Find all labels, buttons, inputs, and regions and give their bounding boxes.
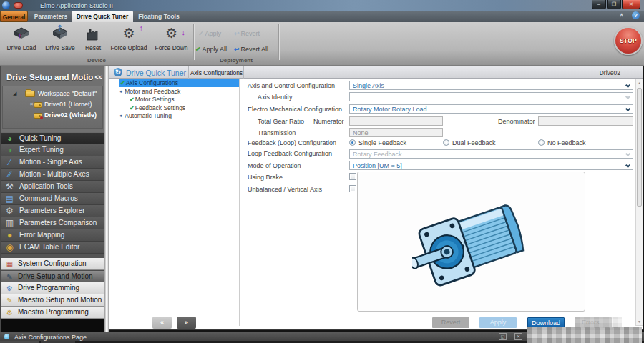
mode-of-operation-select[interactable]: Position [UM = 5]∨ (349, 161, 633, 170)
tree-item-workspace-default[interactable]: ◢Workspace "Default" (3, 89, 102, 99)
sidebar-item-drive-programming[interactable]: ⚙Drive Programming (1, 282, 104, 294)
config-tree-item-feedback-settings[interactable]: ✔Feedback Settings (130, 104, 185, 112)
sidebar-item-motion-multiple-axes[interactable]: ∕∕Motion - Multiple Axes (1, 169, 104, 181)
vertical-scrollbar[interactable]: ▲ ▼ (635, 79, 643, 326)
reset-icon (79, 24, 107, 44)
sidebar-item-maestro-programming[interactable]: ⚙Maestro Programming (1, 307, 104, 319)
system-configuration-icon: ▦ (4, 259, 15, 269)
drive-load-button[interactable]: ↑ Drive Load (3, 24, 40, 57)
content-tab-axis-configurations[interactable]: Axis Configurations (190, 69, 243, 76)
collapse-icon[interactable]: − (112, 88, 116, 94)
radio-dual-feedback[interactable] (443, 139, 449, 146)
radio-label-dual-feedback: Dual Feedback (452, 139, 496, 146)
tab-floating-tools[interactable]: Floating Tools (135, 11, 182, 22)
drive-save-icon: ⇡ (42, 24, 79, 44)
scrollbar-thumb[interactable] (637, 88, 642, 207)
drive-save-button[interactable]: ⇡ Drive Save (42, 24, 79, 57)
using-brake-checkbox[interactable] (349, 173, 356, 180)
sidebar-item-label: Maestro Setup and Motion (18, 296, 102, 304)
quick-access-stop-icon[interactable] (14, 2, 23, 9)
scroll-up-icon[interactable]: ▲ (636, 79, 643, 86)
config-tree-item-motor-settings[interactable]: ✔Motor Settings (130, 96, 175, 104)
force-upload-button[interactable]: ⚙↑ Force Upload (108, 24, 150, 57)
sidebar-item-expert-tuning[interactable]: ◑Expert Tuning (1, 144, 104, 156)
numerator-label: Numerator (313, 118, 344, 125)
sidebar-item-quick-tuning[interactable]: ◕Quick Tuning (1, 132, 104, 144)
config-tree-item-automatic-tuning[interactable]: ●Automatic Tuning (119, 112, 172, 120)
scroll-down-icon[interactable]: ▼ (636, 318, 643, 325)
apply-all-check-icon: ✔ (195, 46, 201, 53)
config-tree-item-motor-and-feedback[interactable]: −●Motor and Feedback (109, 88, 239, 96)
radio-label-single-feedback: Single Feedback (358, 139, 406, 146)
sidebar-item-application-tools[interactable]: ⚒Application Tools (1, 181, 104, 193)
chevron-down-icon: ∨ (625, 94, 630, 99)
maestro-setup-and-motion-icon: ✎ (4, 295, 15, 306)
status-dock-icon[interactable]: ◱ (499, 333, 507, 340)
sidebar-item-maestro-setup-and-motion[interactable]: ✎Maestro Setup and Motion (1, 294, 104, 307)
apply-all-button[interactable]: ✔Apply All (195, 46, 227, 53)
apply-button[interactable]: Apply (479, 317, 517, 328)
motor-illustration (412, 198, 531, 293)
config-tree-label: Automatic Tuning (125, 112, 172, 119)
nav-next-button[interactable]: » (177, 317, 196, 329)
maximize-button[interactable]: ❐ (607, 0, 621, 9)
sidebar-item-parameters-comparison[interactable]: ▥Parameters Comparison (1, 217, 104, 229)
sidebar-item-ecam-table-editor[interactable]: ◉ECAM Table Editor (1, 242, 104, 254)
tab-parameters[interactable]: Parameters (30, 11, 72, 22)
expert-tuning-icon: ◑ (4, 145, 15, 156)
denominator-field (538, 116, 633, 126)
config-tree-label: Feedback Settings (135, 104, 185, 111)
sidebar-item-parameters-explorer[interactable]: ⚙Parameters Explorer (1, 205, 104, 217)
stop-button[interactable]: STOP (614, 26, 643, 55)
config-tree-item-axis-configurations[interactable]: ✔Axis Configurations (119, 79, 239, 87)
sidebar-item-label: Error Mapping (19, 231, 64, 239)
sidebar-footer-space (1, 319, 104, 332)
axis-control-select[interactable]: Single Axis∨ (349, 81, 633, 90)
revert-all-button[interactable]: ↩Revert All (234, 46, 268, 53)
radio-single-feedback[interactable] (349, 139, 356, 146)
apply-button[interactable]: ✓Apply (198, 30, 221, 37)
unbalanced-vertical-axis-checkbox[interactable] (349, 185, 356, 192)
tree-item-drive02-whistle[interactable]: Drive02 (Whistle) (3, 110, 102, 121)
sidebar-item-command-macros[interactable]: ▤Command Macros (1, 193, 104, 205)
sidebar-collapse-button[interactable]: << (93, 74, 102, 81)
axis-identity-select: ∨ (349, 92, 633, 101)
sidebar-item-drive-setup-and-motion[interactable]: ✎Drive Setup and Motion (1, 270, 104, 282)
transmission-label: Transmission (258, 129, 296, 136)
sidebar-item-error-mapping[interactable]: ●Error Mapping (1, 229, 104, 242)
revert-button[interactable]: Revert (432, 317, 469, 328)
download-button[interactable]: Download (527, 317, 565, 328)
denominator-label: Denominator (498, 118, 535, 125)
sidebar-item-system-configuration[interactable]: ▦System Configuration (1, 258, 104, 270)
minimize-button[interactable]: – (592, 0, 606, 9)
reset-button[interactable]: Reset (79, 24, 107, 57)
help-icon[interactable]: ? (632, 11, 640, 19)
electro-mechanical-select[interactable]: Rotary Motor Rotary Load∨ (349, 104, 633, 114)
bullet-icon: ● (119, 89, 122, 94)
tab-general[interactable]: General (0, 11, 28, 22)
nav-prev-button[interactable]: « (152, 317, 172, 329)
content-title: Drive Quick Tuner (126, 69, 186, 77)
sidebar-item-motion-single-axis[interactable]: ∕Motion - Single Axis (1, 156, 104, 169)
title-bar: Elmo Application Studio II – ❐ ✕ (0, 0, 644, 11)
drive-programming-icon: ⚙ (4, 283, 15, 294)
sidebar-menu: ◕Quick Tuning◑Expert Tuning∕Motion - Sin… (1, 132, 104, 258)
radio-no-feedback[interactable] (538, 139, 545, 146)
tab-drive-quick-tuner[interactable]: Drive Quick Tuner (72, 11, 133, 22)
unbalanced-vertical-axis-label: Unbalanced / Vertical Axis (248, 186, 322, 193)
revert-button[interactable]: ↩Revert (234, 30, 260, 37)
sidebar-splitter[interactable] (104, 66, 109, 332)
close-button[interactable]: ✕ (622, 0, 640, 9)
tree-item-drive01-hornet[interactable]: ×Drive01 (Hornet) (3, 99, 102, 110)
check-icon: ✔ (130, 96, 135, 103)
application-tools-icon: ⚒ (4, 182, 15, 192)
expander-icon[interactable]: ◢ (13, 91, 16, 96)
axis-identity-label: Axis Identity (258, 94, 293, 101)
force-download-button[interactable]: ⚙↓ Force Down (151, 24, 192, 57)
apply-check-icon: ✓ (198, 30, 204, 37)
ribbon-collapse-icon[interactable]: ∧ (620, 12, 623, 18)
status-close-icon[interactable]: ✕ (514, 333, 522, 340)
quick-tuning-icon: ◕ (4, 134, 15, 144)
error-mapping-icon: ● (4, 230, 15, 241)
transmission-field: None (349, 128, 443, 137)
